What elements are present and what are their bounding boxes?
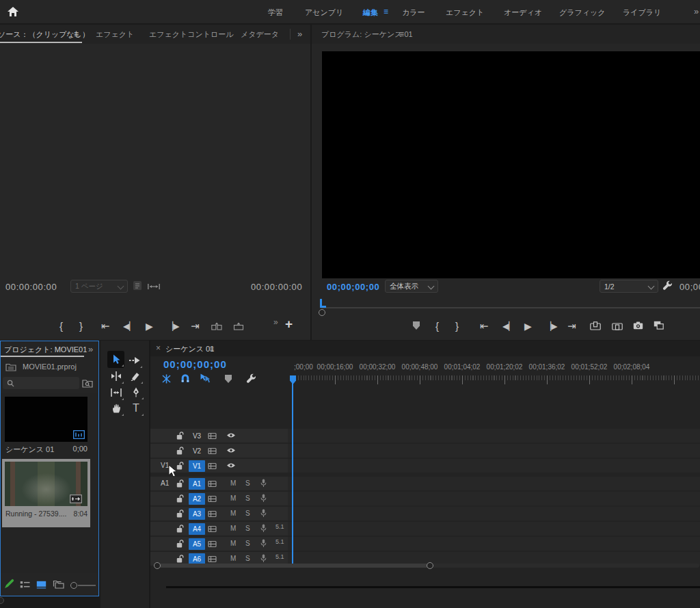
solo-button[interactable]: S xyxy=(245,494,250,502)
program-scrubber-track[interactable] xyxy=(321,307,700,308)
tab-effects[interactable]: エフェクト xyxy=(96,29,134,40)
sync-lock-icon[interactable] xyxy=(208,555,217,563)
track-target-v3[interactable]: V3 xyxy=(189,430,205,442)
eye-icon[interactable] xyxy=(226,462,236,468)
timeline-marker-button[interactable] xyxy=(225,375,232,383)
source-step-forward-button[interactable]: ▕▶ xyxy=(167,321,179,331)
solo-button[interactable]: S xyxy=(245,540,250,547)
solo-button[interactable]: S xyxy=(245,510,250,517)
timeline-tab-close-icon[interactable]: × xyxy=(156,343,161,353)
track-target-a4[interactable]: A4 xyxy=(189,523,205,535)
sync-lock-icon[interactable] xyxy=(208,510,217,518)
mic-icon[interactable] xyxy=(260,479,267,488)
mute-button[interactable]: M xyxy=(230,555,236,562)
workspace-tab-color[interactable]: カラー xyxy=(402,8,425,18)
tab-timeline-sequence[interactable]: シーケンス 01 xyxy=(165,344,214,354)
mute-button[interactable]: M xyxy=(230,494,236,502)
program-marker-button[interactable] xyxy=(413,321,420,330)
source-page-dropdown[interactable]: 1 ページ xyxy=(70,280,128,293)
lock-icon[interactable] xyxy=(176,494,184,503)
sync-lock-icon[interactable] xyxy=(208,480,217,488)
mic-icon[interactable] xyxy=(260,524,267,533)
project-file-name[interactable]: MOVIE01.prproj xyxy=(23,362,77,371)
thumbnail-zoom-slider-handle[interactable] xyxy=(70,582,77,589)
timeline-timecode[interactable]: 00;00;00;00 xyxy=(163,358,227,370)
timeline-zoom-scrollbar-thumb[interactable] xyxy=(159,564,429,568)
track-target-v1[interactable]: V1 xyxy=(189,460,205,472)
program-lift-button[interactable] xyxy=(590,321,601,330)
timeline-playhead-line[interactable] xyxy=(292,383,293,566)
timeline-panel-menu-icon[interactable]: ≡ xyxy=(209,344,214,354)
source-goto-out-button[interactable]: ⇥ xyxy=(191,320,200,332)
source-transport-overflow-icon[interactable]: » xyxy=(273,317,278,327)
lock-icon[interactable] xyxy=(176,462,184,471)
source-tab-overflow-icon[interactable]: » xyxy=(297,29,302,39)
mic-icon[interactable] xyxy=(260,554,267,563)
program-comparison-view-button[interactable] xyxy=(654,321,664,330)
hand-tool[interactable] xyxy=(110,402,122,414)
sync-lock-icon[interactable] xyxy=(208,525,217,533)
mic-icon[interactable] xyxy=(260,509,267,518)
project-writable-icon[interactable] xyxy=(4,579,14,589)
home-icon[interactable] xyxy=(7,6,19,17)
program-mark-in-button[interactable]: { xyxy=(435,320,439,332)
track-target-a5[interactable]: A5 xyxy=(189,538,205,550)
workspace-tab-audio[interactable]: オーディオ xyxy=(504,8,542,18)
solo-button[interactable]: S xyxy=(245,525,250,532)
mute-button[interactable]: M xyxy=(230,479,236,487)
workspace-tab-effects[interactable]: エフェクト xyxy=(446,8,484,18)
workspace-tab-graphics[interactable]: グラフィック xyxy=(559,8,606,18)
lock-icon[interactable] xyxy=(176,540,184,548)
program-video-viewport[interactable] xyxy=(322,51,700,278)
track-lane-v3[interactable] xyxy=(288,429,700,442)
program-timecode-current[interactable]: 00;00;00;00 xyxy=(327,282,379,292)
track-lane-a5[interactable] xyxy=(288,537,700,551)
eye-icon[interactable] xyxy=(226,432,236,438)
timeline-ruler-ticks[interactable] xyxy=(293,375,700,384)
list-view-button[interactable] xyxy=(20,581,30,589)
program-extract-button[interactable] xyxy=(612,321,623,330)
slip-tool[interactable] xyxy=(110,386,122,399)
source-insert-button[interactable] xyxy=(211,322,222,330)
sync-lock-icon[interactable] xyxy=(208,540,217,548)
source-mark-in-button[interactable]: { xyxy=(59,320,63,332)
lock-icon[interactable] xyxy=(176,432,184,440)
sync-lock-icon[interactable] xyxy=(208,495,217,503)
selection-tool[interactable] xyxy=(110,353,122,365)
lock-icon[interactable] xyxy=(176,510,184,518)
tab-project[interactable]: プロジェクト: MOVIE01 xyxy=(4,345,87,355)
program-mark-out-button[interactable]: } xyxy=(455,320,459,332)
track-lane-a3[interactable] xyxy=(288,507,700,520)
source-overwrite-button[interactable] xyxy=(233,322,244,330)
program-resolution-dropdown[interactable]: 1/2 xyxy=(600,280,658,293)
program-step-back-button[interactable]: ◀▏ xyxy=(502,321,515,331)
workspace-tab-assembly[interactable]: アセンブリ xyxy=(305,8,343,18)
mute-button[interactable]: M xyxy=(230,510,236,517)
track-target-a3[interactable]: A3 xyxy=(189,508,205,520)
workspace-editing-menu-icon[interactable]: ≡ xyxy=(383,7,388,16)
thumbnail-zoom-slider-track[interactable] xyxy=(78,585,96,586)
lock-icon[interactable] xyxy=(176,555,184,564)
source-play-button[interactable]: ▶ xyxy=(146,321,153,332)
pen-tool[interactable] xyxy=(130,386,142,398)
source-settings-icon[interactable] xyxy=(133,280,142,291)
eye-icon[interactable] xyxy=(226,447,236,453)
source-step-back-button[interactable]: ◀▏ xyxy=(123,321,135,331)
drag-video-audio-icon[interactable] xyxy=(148,283,160,290)
track-lane-v2[interactable] xyxy=(288,444,700,458)
source-mark-out-button[interactable]: } xyxy=(79,320,83,332)
zoom-scrollbar-handle-right[interactable] xyxy=(427,562,433,569)
ripple-edit-tool[interactable] xyxy=(110,370,122,382)
workspace-overflow-icon[interactable]: » xyxy=(694,6,699,16)
search-in-bin-icon[interactable] xyxy=(82,378,93,388)
program-export-frame-button[interactable] xyxy=(633,321,643,330)
lock-icon[interactable] xyxy=(176,479,184,488)
new-bin-button[interactable] xyxy=(53,580,64,589)
track-lane-a2[interactable] xyxy=(288,492,700,505)
project-tab-overflow-icon[interactable]: » xyxy=(88,344,93,354)
razor-tool[interactable] xyxy=(129,370,142,382)
track-select-forward-tool[interactable] xyxy=(129,354,141,367)
source-goto-in-button[interactable]: ⇤ xyxy=(101,320,110,332)
zoom-scrollbar-handle-left[interactable] xyxy=(154,562,161,569)
sync-lock-icon[interactable] xyxy=(208,447,217,455)
